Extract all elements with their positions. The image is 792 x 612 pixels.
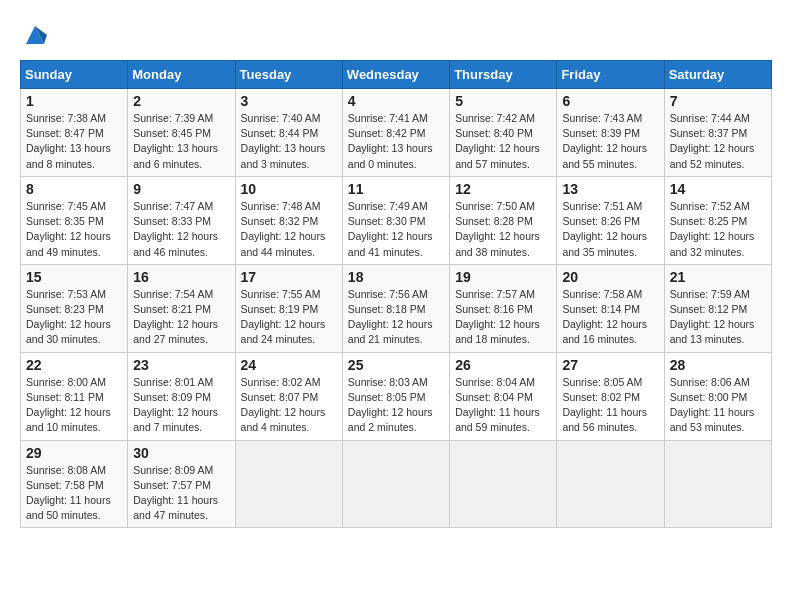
calendar-day: 21Sunrise: 7:59 AMSunset: 8:12 PMDayligh… <box>664 264 771 352</box>
day-number: 8 <box>26 181 122 197</box>
day-number: 22 <box>26 357 122 373</box>
calendar-day: 19Sunrise: 7:57 AMSunset: 8:16 PMDayligh… <box>450 264 557 352</box>
day-detail: Sunrise: 7:59 AMSunset: 8:12 PMDaylight:… <box>670 287 766 348</box>
day-number: 10 <box>241 181 337 197</box>
day-number: 7 <box>670 93 766 109</box>
calendar-day: 4Sunrise: 7:41 AMSunset: 8:42 PMDaylight… <box>342 89 449 177</box>
day-number: 24 <box>241 357 337 373</box>
calendar-day: 25Sunrise: 8:03 AMSunset: 8:05 PMDayligh… <box>342 352 449 440</box>
day-number: 13 <box>562 181 658 197</box>
empty-cell <box>664 440 771 528</box>
calendar-day: 22Sunrise: 8:00 AMSunset: 8:11 PMDayligh… <box>21 352 128 440</box>
calendar-day: 1Sunrise: 7:38 AMSunset: 8:47 PMDaylight… <box>21 89 128 177</box>
day-number: 21 <box>670 269 766 285</box>
day-number: 12 <box>455 181 551 197</box>
logo <box>20 20 54 50</box>
calendar-week-row: 29Sunrise: 8:08 AMSunset: 7:58 PMDayligh… <box>21 440 772 528</box>
calendar-day: 12Sunrise: 7:50 AMSunset: 8:28 PMDayligh… <box>450 176 557 264</box>
col-header-tuesday: Tuesday <box>235 61 342 89</box>
day-detail: Sunrise: 8:05 AMSunset: 8:02 PMDaylight:… <box>562 375 658 436</box>
calendar-day: 15Sunrise: 7:53 AMSunset: 8:23 PMDayligh… <box>21 264 128 352</box>
day-detail: Sunrise: 7:48 AMSunset: 8:32 PMDaylight:… <box>241 199 337 260</box>
day-detail: Sunrise: 7:38 AMSunset: 8:47 PMDaylight:… <box>26 111 122 172</box>
day-number: 18 <box>348 269 444 285</box>
day-number: 15 <box>26 269 122 285</box>
calendar-day: 26Sunrise: 8:04 AMSunset: 8:04 PMDayligh… <box>450 352 557 440</box>
calendar-day: 3Sunrise: 7:40 AMSunset: 8:44 PMDaylight… <box>235 89 342 177</box>
empty-cell <box>557 440 664 528</box>
day-detail: Sunrise: 7:43 AMSunset: 8:39 PMDaylight:… <box>562 111 658 172</box>
calendar-day: 16Sunrise: 7:54 AMSunset: 8:21 PMDayligh… <box>128 264 235 352</box>
day-number: 14 <box>670 181 766 197</box>
calendar-week-row: 1Sunrise: 7:38 AMSunset: 8:47 PMDaylight… <box>21 89 772 177</box>
day-detail: Sunrise: 7:50 AMSunset: 8:28 PMDaylight:… <box>455 199 551 260</box>
day-number: 6 <box>562 93 658 109</box>
calendar-day: 20Sunrise: 7:58 AMSunset: 8:14 PMDayligh… <box>557 264 664 352</box>
day-detail: Sunrise: 7:51 AMSunset: 8:26 PMDaylight:… <box>562 199 658 260</box>
day-detail: Sunrise: 7:42 AMSunset: 8:40 PMDaylight:… <box>455 111 551 172</box>
calendar-day: 6Sunrise: 7:43 AMSunset: 8:39 PMDaylight… <box>557 89 664 177</box>
col-header-wednesday: Wednesday <box>342 61 449 89</box>
day-number: 17 <box>241 269 337 285</box>
page-header <box>20 20 772 50</box>
empty-cell <box>342 440 449 528</box>
day-detail: Sunrise: 7:53 AMSunset: 8:23 PMDaylight:… <box>26 287 122 348</box>
calendar-day: 8Sunrise: 7:45 AMSunset: 8:35 PMDaylight… <box>21 176 128 264</box>
day-detail: Sunrise: 7:52 AMSunset: 8:25 PMDaylight:… <box>670 199 766 260</box>
calendar-header-row: SundayMondayTuesdayWednesdayThursdayFrid… <box>21 61 772 89</box>
day-detail: Sunrise: 7:57 AMSunset: 8:16 PMDaylight:… <box>455 287 551 348</box>
calendar-day: 23Sunrise: 8:01 AMSunset: 8:09 PMDayligh… <box>128 352 235 440</box>
day-number: 26 <box>455 357 551 373</box>
calendar-day: 28Sunrise: 8:06 AMSunset: 8:00 PMDayligh… <box>664 352 771 440</box>
empty-cell <box>450 440 557 528</box>
day-number: 1 <box>26 93 122 109</box>
day-number: 5 <box>455 93 551 109</box>
calendar-week-row: 22Sunrise: 8:00 AMSunset: 8:11 PMDayligh… <box>21 352 772 440</box>
day-detail: Sunrise: 8:04 AMSunset: 8:04 PMDaylight:… <box>455 375 551 436</box>
calendar-day: 2Sunrise: 7:39 AMSunset: 8:45 PMDaylight… <box>128 89 235 177</box>
day-number: 2 <box>133 93 229 109</box>
day-number: 11 <box>348 181 444 197</box>
day-number: 16 <box>133 269 229 285</box>
col-header-sunday: Sunday <box>21 61 128 89</box>
day-detail: Sunrise: 7:40 AMSunset: 8:44 PMDaylight:… <box>241 111 337 172</box>
day-number: 27 <box>562 357 658 373</box>
calendar-day: 27Sunrise: 8:05 AMSunset: 8:02 PMDayligh… <box>557 352 664 440</box>
day-number: 3 <box>241 93 337 109</box>
empty-cell <box>235 440 342 528</box>
day-detail: Sunrise: 8:03 AMSunset: 8:05 PMDaylight:… <box>348 375 444 436</box>
day-number: 25 <box>348 357 444 373</box>
col-header-thursday: Thursday <box>450 61 557 89</box>
day-number: 29 <box>26 445 122 461</box>
day-number: 4 <box>348 93 444 109</box>
logo-icon <box>20 20 50 50</box>
day-detail: Sunrise: 7:58 AMSunset: 8:14 PMDaylight:… <box>562 287 658 348</box>
day-detail: Sunrise: 8:01 AMSunset: 8:09 PMDaylight:… <box>133 375 229 436</box>
calendar-table: SundayMondayTuesdayWednesdayThursdayFrid… <box>20 60 772 528</box>
calendar-week-row: 15Sunrise: 7:53 AMSunset: 8:23 PMDayligh… <box>21 264 772 352</box>
day-detail: Sunrise: 7:55 AMSunset: 8:19 PMDaylight:… <box>241 287 337 348</box>
day-number: 19 <box>455 269 551 285</box>
day-number: 20 <box>562 269 658 285</box>
day-detail: Sunrise: 8:02 AMSunset: 8:07 PMDaylight:… <box>241 375 337 436</box>
day-number: 30 <box>133 445 229 461</box>
calendar-day: 18Sunrise: 7:56 AMSunset: 8:18 PMDayligh… <box>342 264 449 352</box>
col-header-monday: Monday <box>128 61 235 89</box>
day-detail: Sunrise: 7:44 AMSunset: 8:37 PMDaylight:… <box>670 111 766 172</box>
calendar-day: 29Sunrise: 8:08 AMSunset: 7:58 PMDayligh… <box>21 440 128 528</box>
day-detail: Sunrise: 8:08 AMSunset: 7:58 PMDaylight:… <box>26 463 122 524</box>
col-header-friday: Friday <box>557 61 664 89</box>
calendar-day: 14Sunrise: 7:52 AMSunset: 8:25 PMDayligh… <box>664 176 771 264</box>
calendar-day: 10Sunrise: 7:48 AMSunset: 8:32 PMDayligh… <box>235 176 342 264</box>
day-detail: Sunrise: 8:06 AMSunset: 8:00 PMDaylight:… <box>670 375 766 436</box>
calendar-day: 5Sunrise: 7:42 AMSunset: 8:40 PMDaylight… <box>450 89 557 177</box>
day-detail: Sunrise: 7:56 AMSunset: 8:18 PMDaylight:… <box>348 287 444 348</box>
day-detail: Sunrise: 7:47 AMSunset: 8:33 PMDaylight:… <box>133 199 229 260</box>
calendar-day: 7Sunrise: 7:44 AMSunset: 8:37 PMDaylight… <box>664 89 771 177</box>
day-detail: Sunrise: 7:49 AMSunset: 8:30 PMDaylight:… <box>348 199 444 260</box>
calendar-day: 24Sunrise: 8:02 AMSunset: 8:07 PMDayligh… <box>235 352 342 440</box>
day-detail: Sunrise: 8:09 AMSunset: 7:57 PMDaylight:… <box>133 463 229 524</box>
col-header-saturday: Saturday <box>664 61 771 89</box>
day-detail: Sunrise: 7:54 AMSunset: 8:21 PMDaylight:… <box>133 287 229 348</box>
calendar-day: 11Sunrise: 7:49 AMSunset: 8:30 PMDayligh… <box>342 176 449 264</box>
